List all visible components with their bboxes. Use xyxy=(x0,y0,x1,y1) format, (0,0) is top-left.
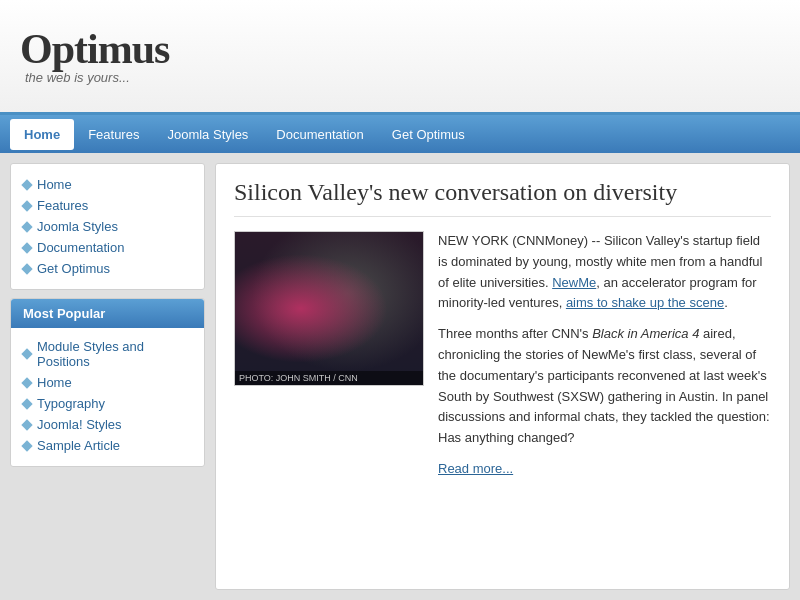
sidebar-item-get-optimus[interactable]: Get Optimus xyxy=(23,258,192,279)
sidebar-popular-heading: Most Popular xyxy=(11,299,204,328)
sidebar-nav-box: Home Features Joomla Styles Documentatio… xyxy=(10,163,205,290)
nav-item-joomla-styles[interactable]: Joomla Styles xyxy=(153,119,262,150)
diamond-icon xyxy=(21,242,32,253)
content-area: Silicon Valley's new conversation on div… xyxy=(215,163,790,590)
sidebar-item-home[interactable]: Home xyxy=(23,174,192,195)
article-paragraph-1: NEW YORK (CNNMoney) -- Silicon Valley's … xyxy=(438,231,771,314)
sidebar-popular-typography[interactable]: Typography xyxy=(23,393,192,414)
sidebar-popular-module-styles[interactable]: Module Styles and Positions xyxy=(23,336,192,372)
article-image-visual xyxy=(235,232,423,385)
article-text: NEW YORK (CNNMoney) -- Silicon Valley's … xyxy=(438,231,771,480)
sidebar-item-joomla-styles[interactable]: Joomla Styles xyxy=(23,216,192,237)
diamond-icon xyxy=(21,377,32,388)
read-more-link[interactable]: Read more... xyxy=(438,461,513,476)
sidebar-item-documentation[interactable]: Documentation xyxy=(23,237,192,258)
diamond-icon xyxy=(21,398,32,409)
diamond-icon xyxy=(21,221,32,232)
nav-item-home[interactable]: Home xyxy=(10,119,74,150)
sidebar-popular-joomla-styles[interactable]: Joomla! Styles xyxy=(23,414,192,435)
navbar: Home Features Joomla Styles Documentatio… xyxy=(0,115,800,153)
article-paragraph-2: Three months after CNN's Black in Americ… xyxy=(438,324,771,449)
diamond-icon xyxy=(21,179,32,190)
article-body: PHOTO: JOHN SMITH / CNN NEW YORK (CNNMon… xyxy=(234,231,771,480)
diamond-icon xyxy=(21,348,32,359)
logo-tagline: the web is yours... xyxy=(25,70,169,85)
article-image: PHOTO: JOHN SMITH / CNN xyxy=(234,231,424,386)
nav-item-get-optimus[interactable]: Get Optimus xyxy=(378,119,479,150)
article-link-shake[interactable]: aims to shake up the scene xyxy=(566,295,724,310)
diamond-icon xyxy=(21,200,32,211)
sidebar-popular-home[interactable]: Home xyxy=(23,372,192,393)
diamond-icon xyxy=(21,263,32,274)
sidebar-popular-box: Most Popular Module Styles and Positions… xyxy=(10,298,205,467)
article-title: Silicon Valley's new conversation on div… xyxy=(234,179,771,217)
logo-text[interactable]: Optimus xyxy=(20,28,169,70)
nav-item-documentation[interactable]: Documentation xyxy=(262,119,377,150)
diamond-icon xyxy=(21,440,32,451)
logo-area: Optimus the web is yours... xyxy=(20,28,169,85)
header: Optimus the web is yours... xyxy=(0,0,800,115)
sidebar-popular-sample-article[interactable]: Sample Article xyxy=(23,435,192,456)
nav-item-features[interactable]: Features xyxy=(74,119,153,150)
main-layout: Home Features Joomla Styles Documentatio… xyxy=(0,153,800,600)
article-link-newme[interactable]: NewMe xyxy=(552,275,596,290)
sidebar: Home Features Joomla Styles Documentatio… xyxy=(10,163,205,590)
article-image-caption: PHOTO: JOHN SMITH / CNN xyxy=(235,371,423,385)
sidebar-item-features[interactable]: Features xyxy=(23,195,192,216)
diamond-icon xyxy=(21,419,32,430)
